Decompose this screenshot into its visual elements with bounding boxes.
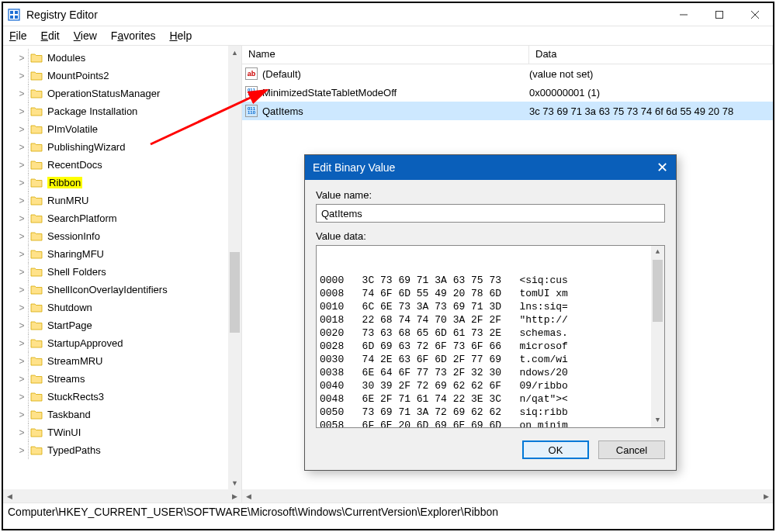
- folder-icon: [30, 338, 43, 348]
- tree-item-shell-folders[interactable]: >Shell Folders: [6, 263, 241, 281]
- folder-icon: [30, 267, 43, 277]
- folder-icon: [30, 124, 43, 134]
- expand-icon[interactable]: >: [17, 195, 26, 206]
- expand-icon[interactable]: >: [17, 356, 26, 367]
- tree-item-startupapproved[interactable]: >StartupApproved: [6, 334, 241, 352]
- tree-item-pimvolatile[interactable]: >PImVolatile: [6, 120, 241, 138]
- svg-rect-3: [10, 16, 13, 19]
- expand-icon[interactable]: >: [17, 88, 26, 99]
- scroll-right-arrow[interactable]: ▶: [760, 489, 773, 503]
- tree-item-mountpoints2[interactable]: >MountPoints2: [6, 67, 241, 85]
- tree-item-streams[interactable]: >Streams: [6, 370, 241, 388]
- expand-icon[interactable]: >: [17, 71, 26, 81]
- tree-item-label: StreamMRU: [47, 355, 103, 367]
- expand-icon[interactable]: >: [17, 445, 26, 456]
- minimize-button[interactable]: [666, 3, 702, 26]
- value-name: QatItems: [262, 105, 303, 117]
- tree-item-publishingwizard[interactable]: >PublishingWizard: [6, 138, 241, 156]
- registry-value-row[interactable]: ab(Default)(value not set): [242, 64, 773, 83]
- expand-icon[interactable]: >: [17, 53, 26, 64]
- tree-item-ribbon[interactable]: >Ribbon: [6, 174, 241, 192]
- folder-icon: [30, 392, 43, 402]
- expand-icon[interactable]: >: [17, 392, 26, 402]
- menu-edit[interactable]: Edit: [41, 29, 60, 42]
- expand-icon[interactable]: >: [17, 374, 26, 385]
- maximize-button[interactable]: [702, 3, 737, 26]
- list-horizontal-scrollbar[interactable]: ◀ ▶: [242, 489, 773, 503]
- value-name-input[interactable]: [316, 204, 665, 223]
- tree-item-sharingmfu[interactable]: >SharingMFU: [6, 245, 241, 263]
- tree-item-label: RecentDocs: [47, 159, 102, 171]
- registry-value-row[interactable]: 011110QatItems3c 73 69 71 3a 63 75 73 74…: [242, 102, 773, 120]
- registry-editor-window: Registry Editor File Edit View Favorites…: [2, 2, 774, 530]
- tree-item-operationstatusmanager[interactable]: >OperationStatusManager: [6, 85, 241, 102]
- expand-icon[interactable]: >: [17, 249, 26, 260]
- expand-icon[interactable]: >: [17, 142, 26, 153]
- folder-icon: [30, 160, 43, 170]
- registry-value-row[interactable]: 011110MinimizedStateTabletModeOff0x00000…: [242, 83, 773, 102]
- folder-icon: [30, 285, 43, 295]
- scroll-up-arrow[interactable]: ▲: [228, 46, 241, 59]
- tree-item-taskband[interactable]: >Taskband: [6, 406, 241, 423]
- menu-favorites[interactable]: Favorites: [111, 29, 156, 42]
- tree-item-label: Shutdown: [47, 302, 92, 313]
- expand-icon[interactable]: >: [17, 213, 26, 224]
- tree-item-label: StartupApproved: [47, 337, 123, 349]
- list-header: Name Data: [242, 46, 773, 64]
- menu-file[interactable]: File: [9, 29, 27, 42]
- expand-icon[interactable]: >: [17, 285, 26, 295]
- expand-icon[interactable]: >: [17, 427, 26, 438]
- close-button[interactable]: [737, 3, 773, 26]
- menu-view[interactable]: View: [74, 29, 97, 42]
- titlebar[interactable]: Registry Editor: [3, 3, 773, 26]
- expand-icon[interactable]: >: [17, 231, 26, 242]
- tree-item-stuckrects3[interactable]: >StuckRects3: [6, 388, 241, 406]
- expand-icon[interactable]: >: [17, 338, 26, 349]
- dialog-close-button[interactable]: ✕: [656, 159, 668, 176]
- svg-rect-4: [15, 16, 18, 19]
- tree-vertical-scrollbar[interactable]: ▲ ▼: [228, 46, 241, 489]
- scroll-left-arrow[interactable]: ◀: [3, 489, 16, 503]
- tree-item-label: StuckRects3: [47, 391, 104, 402]
- cancel-button[interactable]: Cancel: [598, 440, 665, 459]
- expand-icon[interactable]: >: [17, 320, 26, 331]
- tree-item-shutdown[interactable]: >Shutdown: [6, 299, 241, 316]
- tree-item-twinui[interactable]: >TWinUI: [6, 423, 241, 441]
- scroll-thumb[interactable]: [230, 252, 240, 333]
- ok-button[interactable]: OK: [522, 440, 589, 459]
- tree-item-shelliconoverlayidentifiers[interactable]: >ShellIconOverlayIdentifiers: [6, 281, 241, 299]
- tree-item-recentdocs[interactable]: >RecentDocs: [6, 156, 241, 174]
- expand-icon[interactable]: >: [17, 409, 26, 420]
- tree-item-modules[interactable]: >Modules: [6, 49, 241, 67]
- expand-icon[interactable]: >: [17, 160, 26, 171]
- tree-item-sessioninfo[interactable]: >SessionInfo: [6, 227, 241, 245]
- dialog-titlebar[interactable]: Edit Binary Value ✕: [305, 155, 676, 180]
- folder-icon: [30, 106, 43, 116]
- tree-item-label: TypedPaths: [47, 444, 101, 456]
- folder-icon: [30, 53, 43, 63]
- tree-item-runmru[interactable]: >RunMRU: [6, 192, 241, 209]
- hex-vertical-scrollbar[interactable]: ▲ ▼: [651, 246, 664, 427]
- tree-item-searchplatform[interactable]: >SearchPlatform: [6, 209, 241, 227]
- scroll-right-arrow[interactable]: ▶: [228, 489, 241, 503]
- tree-horizontal-scrollbar[interactable]: ◀ ▶: [3, 489, 241, 503]
- hex-editor[interactable]: 0000 3C 73 69 71 3A 63 75 73 <siq:cus 00…: [316, 245, 665, 428]
- scroll-down-arrow[interactable]: ▼: [228, 476, 241, 489]
- folder-icon: [30, 71, 43, 81]
- tree-item-startpage[interactable]: >StartPage: [6, 316, 241, 334]
- expand-icon[interactable]: >: [17, 106, 26, 117]
- tree-item-package-installation[interactable]: >Package Installation: [6, 102, 241, 120]
- scroll-left-arrow[interactable]: ◀: [242, 489, 255, 503]
- expand-icon[interactable]: >: [17, 124, 26, 135]
- column-name-header[interactable]: Name: [242, 46, 529, 64]
- column-data-header[interactable]: Data: [529, 46, 773, 64]
- tree-item-typedpaths[interactable]: >TypedPaths: [6, 441, 241, 459]
- tree-item-streammru[interactable]: >StreamMRU: [6, 352, 241, 370]
- value-name: MinimizedStateTabletModeOff: [262, 87, 397, 98]
- menu-help[interactable]: Help: [169, 29, 192, 42]
- expand-icon[interactable]: >: [17, 267, 26, 278]
- tree-item-label: SharingMFU: [47, 248, 104, 260]
- expand-icon[interactable]: >: [17, 302, 26, 313]
- regedit-icon: [8, 9, 20, 21]
- expand-icon[interactable]: >: [17, 178, 26, 188]
